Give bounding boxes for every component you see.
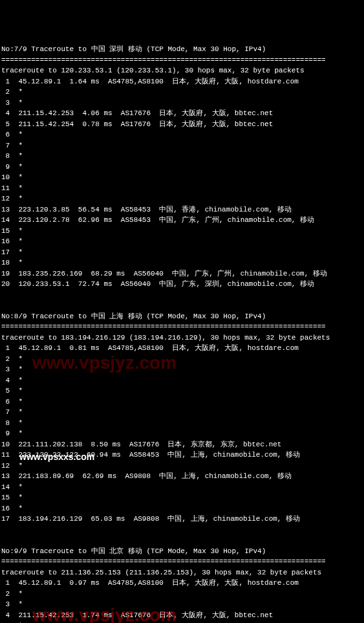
terminal-output: No:7/9 Traceroute to 中国 深圳 移动 (TCP Mode,…: [1, 44, 363, 623]
